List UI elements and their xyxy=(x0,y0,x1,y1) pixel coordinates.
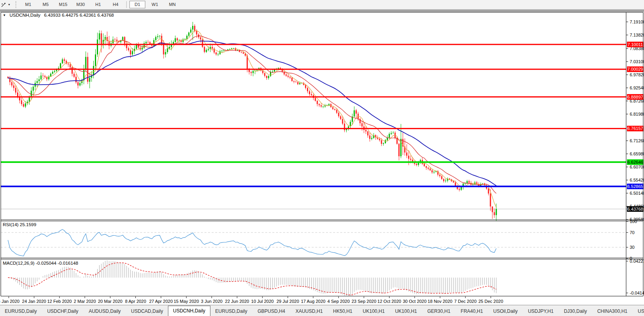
tab-xauusd-h1[interactable]: XAUUSD,H1 xyxy=(291,306,328,316)
date-axis: 6 Jan 202024 Jan 202012 Feb 20202 Mar 20… xyxy=(0,297,503,304)
main-chart-panel[interactable] xyxy=(1,22,626,221)
svg-text:12 Oct 2020: 12 Oct 2020 xyxy=(378,299,401,304)
svg-text:27 Apr 2020: 27 Apr 2020 xyxy=(149,299,173,304)
chart-tab-bar: EURUSD,DailyUSDCHF,DailyAUDUSD,DailyUSDC… xyxy=(0,305,644,316)
svg-text:6.52865: 6.52865 xyxy=(627,184,643,189)
tab-ger30-h1[interactable]: GER30,H1 xyxy=(422,306,455,316)
tab-usoil[interactable]: USOil, xyxy=(633,306,644,316)
svg-text:18 Nov 2020: 18 Nov 2020 xyxy=(428,299,452,304)
panel-borders xyxy=(1,12,643,296)
svg-text:6.76157: 6.76157 xyxy=(627,126,643,131)
macd-indicator-label: MACD(12,26,9) -0.025044 -0.016148 xyxy=(3,261,78,266)
chart-symbol-title: USDCNH,Daily xyxy=(10,13,40,17)
tab-eurusd-daily[interactable]: EURUSD,Daily xyxy=(210,306,252,316)
svg-text:6 Jan 2020: 6 Jan 2020 xyxy=(0,299,19,304)
svg-text:12 Feb 2020: 12 Feb 2020 xyxy=(47,299,72,304)
level-line-7.00029[interactable] xyxy=(1,69,626,70)
candles xyxy=(8,22,497,221)
rsi-line xyxy=(8,229,496,256)
svg-text:6.62646: 6.62646 xyxy=(627,160,643,165)
svg-text:6.97820: 6.97820 xyxy=(630,72,644,77)
svg-text:7 Dec 2020: 7 Dec 2020 xyxy=(454,299,476,304)
tab-usdjpy-h1[interactable]: USDJPY,H1 xyxy=(523,306,558,316)
svg-text:-0.04148: -0.04148 xyxy=(630,291,644,295)
svg-text:6.71260: 6.71260 xyxy=(630,138,644,143)
tab-audusd-daily[interactable]: AUDUSD,Daily xyxy=(84,306,125,316)
svg-text:7.10011: 7.10011 xyxy=(628,42,643,47)
svg-text:6.65980: 6.65980 xyxy=(630,151,644,156)
level-line-6.88897[interactable] xyxy=(1,96,626,97)
ma-fast-line xyxy=(8,31,496,207)
macd-panel[interactable]: 0.042275-0.04148 xyxy=(8,259,644,296)
svg-text:25 Dec 2020: 25 Dec 2020 xyxy=(478,299,503,304)
svg-text:6.60700: 6.60700 xyxy=(630,165,644,169)
svg-text:7.13820: 7.13820 xyxy=(630,33,644,37)
svg-text:20 Mar 2020: 20 Mar 2020 xyxy=(98,299,123,304)
chart-canvas[interactable]: 7.191007.138207.083807.031006.978206.925… xyxy=(0,0,644,305)
svg-text:70: 70 xyxy=(630,230,634,235)
ma-medium-line xyxy=(8,36,496,194)
svg-text:2 Mar 2020: 2 Mar 2020 xyxy=(74,299,96,304)
tab-usoil-daily[interactable]: USOil,Daily xyxy=(488,306,522,316)
svg-text:10 Jul 2020: 10 Jul 2020 xyxy=(251,299,274,304)
svg-text:6.92540: 6.92540 xyxy=(630,85,644,90)
macd-signal-line xyxy=(8,263,496,295)
svg-text:6.55420: 6.55420 xyxy=(630,178,644,182)
horizontal-level-lines[interactable] xyxy=(1,44,626,187)
tab-china300-h1[interactable]: CHINA300,H1 xyxy=(592,306,632,316)
svg-text:6.43768: 6.43768 xyxy=(627,207,643,211)
svg-text:7.19100: 7.19100 xyxy=(630,19,644,24)
tab-fra40-h1[interactable]: FRA40,H1 xyxy=(456,306,488,316)
rsi-indicator-label: RSI(14) 25.1599 xyxy=(3,222,36,227)
svg-text:6.81980: 6.81980 xyxy=(630,112,644,116)
svg-text:6.88897: 6.88897 xyxy=(627,95,643,99)
chart-ohlc-values: 6.43933 6.44275 6.42361 6.43768 xyxy=(44,13,114,17)
svg-text:8 Apr 2020: 8 Apr 2020 xyxy=(125,299,146,304)
svg-text:3 Jun 2020: 3 Jun 2020 xyxy=(201,299,222,304)
svg-text:6.50140: 6.50140 xyxy=(630,191,644,196)
svg-text:4 Sep 2020: 4 Sep 2020 xyxy=(328,299,350,304)
tab-usdcad-daily[interactable]: USDCAD,Daily xyxy=(126,306,168,316)
tab-eurusd-daily[interactable]: EURUSD,Daily xyxy=(0,306,42,316)
svg-text:17 Aug 2020: 17 Aug 2020 xyxy=(301,299,326,304)
level-line-6.52865[interactable] xyxy=(1,186,626,187)
tab-uk100-h1[interactable]: UK100,H1 xyxy=(390,306,422,316)
svg-text:30 Oct 2020: 30 Oct 2020 xyxy=(403,299,426,304)
tab-gbpusd-h4[interactable]: GBPUSD,H4 xyxy=(253,306,290,316)
svg-text:22 Jun 2020: 22 Jun 2020 xyxy=(225,299,249,304)
tab-dj30-daily[interactable]: DJ30,Daily xyxy=(559,306,592,316)
svg-text:15 May 2020: 15 May 2020 xyxy=(174,299,199,304)
svg-text:0.042275: 0.042275 xyxy=(630,259,644,264)
tab-uk100-h1[interactable]: UK100,H1 xyxy=(358,306,389,316)
tab-usdchf-daily[interactable]: USDCHF,Daily xyxy=(42,306,83,316)
level-line-7.10011[interactable] xyxy=(1,44,626,45)
collapse-ohlc-icon[interactable]: ▼ xyxy=(3,14,6,17)
tab-usdcnh-daily[interactable]: USDCNH,Daily xyxy=(168,306,210,316)
svg-text:29 Jul 2020: 29 Jul 2020 xyxy=(276,299,299,304)
tab-hk50-h1[interactable]: HK50,H1 xyxy=(328,306,357,316)
svg-text:7.03100: 7.03100 xyxy=(630,59,644,64)
svg-text:24 Jan 2020: 24 Jan 2020 xyxy=(22,299,46,304)
svg-text:30: 30 xyxy=(630,245,634,250)
chart-header: ▼ USDCNH,Daily 6.43933 6.44275 6.42361 6… xyxy=(3,13,114,17)
price-axis: 7.191007.138207.083807.031006.978206.925… xyxy=(626,19,644,222)
level-line-6.76157[interactable] xyxy=(1,128,626,129)
ma-slow-line xyxy=(8,41,496,186)
svg-text:7.00029: 7.00029 xyxy=(627,67,643,72)
rsi-panel[interactable]: 10070300 xyxy=(1,219,637,261)
level-line-6.62646[interactable] xyxy=(1,161,626,163)
svg-text:23 Sep 2020: 23 Sep 2020 xyxy=(351,299,376,304)
